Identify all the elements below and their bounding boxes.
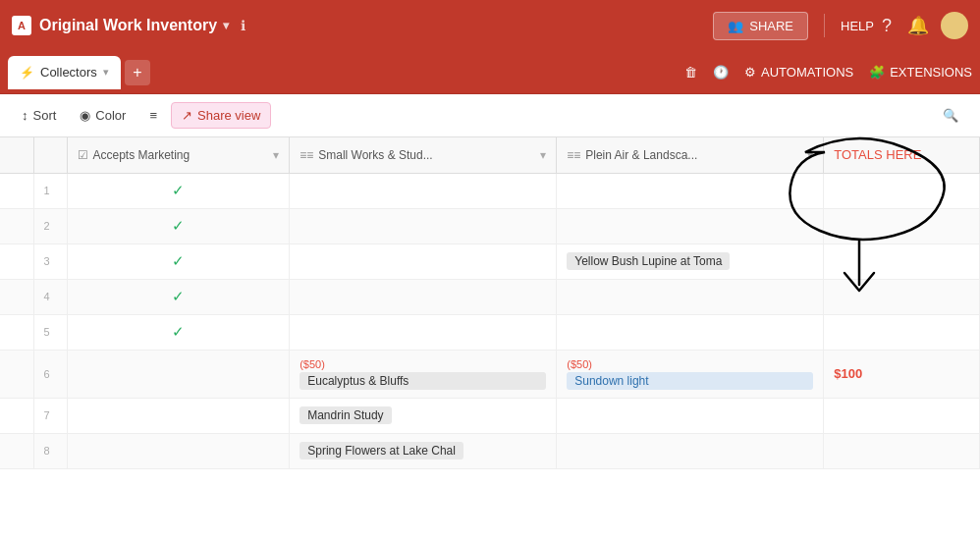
- tab-label: Collectors: [40, 65, 97, 80]
- share-view-button[interactable]: ↗ Share view: [171, 102, 271, 129]
- row-num-cell: 8: [33, 433, 67, 468]
- help-label: HELP ?: [841, 12, 896, 40]
- totals-cell: [824, 243, 980, 279]
- col-accepts-marketing-header[interactable]: ☑ Accepts Marketing ▾: [67, 137, 290, 173]
- expand-cell[interactable]: [0, 243, 33, 279]
- row-num-cell: 5: [33, 314, 67, 350]
- table-row: 6 ($50) Eucalyptus & Bluffs ($50) Sundow…: [0, 350, 980, 398]
- title-dropdown-arrow[interactable]: ▾: [223, 19, 229, 32]
- tab-lightning-icon: ⚡: [20, 66, 34, 80]
- table-row: 2 ✓: [0, 208, 980, 243]
- plein-air-amount: ($50): [567, 358, 813, 370]
- row-num-cell: 3: [33, 243, 67, 279]
- small-works-cell: [290, 173, 557, 208]
- col-small-works-header[interactable]: ≡≡ Small Works & Stud... ▾: [290, 137, 557, 173]
- extensions-button[interactable]: 🧩 EXTENSIONS: [869, 65, 972, 80]
- col-plein-air-header[interactable]: ≡≡ Plein Air & Landsca... ▾: [557, 137, 824, 173]
- small-works-amount: ($50): [299, 358, 546, 370]
- spring-flowers-tag: Spring Flowers at Lake Chal: [299, 442, 463, 460]
- totals-cell: [824, 433, 980, 468]
- sort-button[interactable]: ↕ Sort: [12, 103, 66, 128]
- tab-bar: ⚡ Collectors ▾ + 🗑 🕐 ⚙ AUTOMATIONS 🧩 EXT…: [0, 51, 980, 94]
- plein-air-cell: [557, 279, 824, 314]
- automations-button[interactable]: ⚙ AUTOMATIONS: [744, 65, 853, 80]
- accepts-marketing-cell: [67, 350, 290, 398]
- accepts-marketing-cell: ✓: [67, 279, 290, 314]
- table-row: 3 ✓ Yellow Bush Lupine at Toma: [0, 243, 980, 279]
- history-icon[interactable]: 🕐: [713, 65, 729, 80]
- table-container: ☑ Accepts Marketing ▾ ≡≡ Small Works & S…: [0, 137, 980, 541]
- plein-air-cell: [557, 173, 824, 208]
- share-icon: 👥: [728, 19, 743, 33]
- delete-icon[interactable]: 🗑: [684, 65, 697, 80]
- search-button[interactable]: 🔍: [933, 103, 968, 128]
- table-row: 5 ✓: [0, 314, 980, 350]
- table-row: 1 ✓: [0, 173, 980, 208]
- small-works-cell: [290, 208, 557, 243]
- expand-cell[interactable]: [0, 350, 33, 398]
- plein-air-cell: [557, 208, 824, 243]
- table-row: 8 Spring Flowers at Lake Chal: [0, 433, 980, 468]
- app-header: A Original Work Inventory ▾ ℹ 👥 SHARE HE…: [0, 0, 980, 51]
- share-view-icon: ↗: [182, 108, 192, 123]
- totals-cell: [824, 314, 980, 350]
- fields-button[interactable]: ≡: [139, 103, 167, 128]
- expand-cell[interactable]: [0, 398, 33, 433]
- tab-dropdown-arrow[interactable]: ▾: [103, 66, 109, 79]
- linked-icon-2: ≡≡: [567, 148, 580, 162]
- accepts-marketing-cell: ✓: [67, 173, 290, 208]
- row-num-cell: 2: [33, 208, 67, 243]
- plein-air-cell: [557, 314, 824, 350]
- mandrin-tag: Mandrin Study: [299, 406, 391, 424]
- row-num-cell: 7: [33, 398, 67, 433]
- plein-air-cell: Yellow Bush Lupine at Toma: [557, 243, 824, 279]
- expand-cell[interactable]: [0, 314, 33, 350]
- table-row: 7 Mandrin Study: [0, 398, 980, 433]
- plein-air-cell: [557, 433, 824, 468]
- checkbox-icon: ☑: [78, 148, 88, 162]
- plein-air-tag: Yellow Bush Lupine at Toma: [567, 252, 730, 270]
- total-value: $100: [834, 366, 862, 381]
- small-works-cell: Spring Flowers at Lake Chal: [290, 433, 557, 468]
- accepts-marketing-cell: [67, 398, 290, 433]
- small-works-cell: [290, 243, 557, 279]
- row-num-cell: 4: [33, 279, 67, 314]
- accepts-marketing-cell: ✓: [67, 314, 290, 350]
- expand-cell[interactable]: [0, 279, 33, 314]
- expand-cell[interactable]: [0, 208, 33, 243]
- small-works-cell: [290, 279, 557, 314]
- col-row-num: [33, 137, 67, 173]
- info-icon[interactable]: ℹ: [241, 18, 245, 33]
- app-title: Original Work Inventory ▾: [39, 17, 229, 34]
- extensions-icon: 🧩: [869, 65, 885, 80]
- accepts-marketing-cell: ✓: [67, 243, 290, 279]
- small-works-cell: ($50) Eucalyptus & Bluffs: [290, 350, 557, 398]
- tab-actions: 🗑 🕐 ⚙ AUTOMATIONS 🧩 EXTENSIONS: [684, 65, 972, 80]
- sort-icon: ↕: [22, 108, 28, 123]
- totals-cell: [824, 173, 980, 208]
- col-dropdown-arrow-3[interactable]: ▾: [807, 148, 813, 162]
- help-icon[interactable]: ?: [878, 12, 896, 40]
- expand-cell[interactable]: [0, 433, 33, 468]
- app-logo: A: [12, 16, 31, 35]
- totals-cell: [824, 398, 980, 433]
- table-header-row: ☑ Accepts Marketing ▾ ≡≡ Small Works & S…: [0, 137, 980, 173]
- color-button[interactable]: ◉ Color: [70, 103, 136, 128]
- col-dropdown-arrow-2[interactable]: ▾: [540, 148, 546, 162]
- user-avatar[interactable]: [941, 12, 968, 39]
- main-table: ☑ Accepts Marketing ▾ ≡≡ Small Works & S…: [0, 137, 980, 469]
- search-icon: 🔍: [943, 108, 958, 123]
- accepts-marketing-cell: [67, 433, 290, 468]
- share-button[interactable]: 👥 SHARE: [713, 12, 808, 40]
- row-num-cell: 6: [33, 350, 67, 398]
- automations-icon: ⚙: [744, 65, 756, 80]
- sundown-tag: Sundown light: [567, 372, 813, 390]
- collectors-tab[interactable]: ⚡ Collectors ▾: [8, 56, 121, 89]
- expand-cell[interactable]: [0, 173, 33, 208]
- row-num-cell: 1: [33, 173, 67, 208]
- linked-icon-1: ≡≡: [299, 148, 313, 162]
- add-tab-button[interactable]: +: [125, 60, 150, 85]
- table-row: 4 ✓: [0, 279, 980, 314]
- col-dropdown-arrow[interactable]: ▾: [273, 148, 279, 162]
- notifications-icon[interactable]: 🔔: [903, 11, 933, 40]
